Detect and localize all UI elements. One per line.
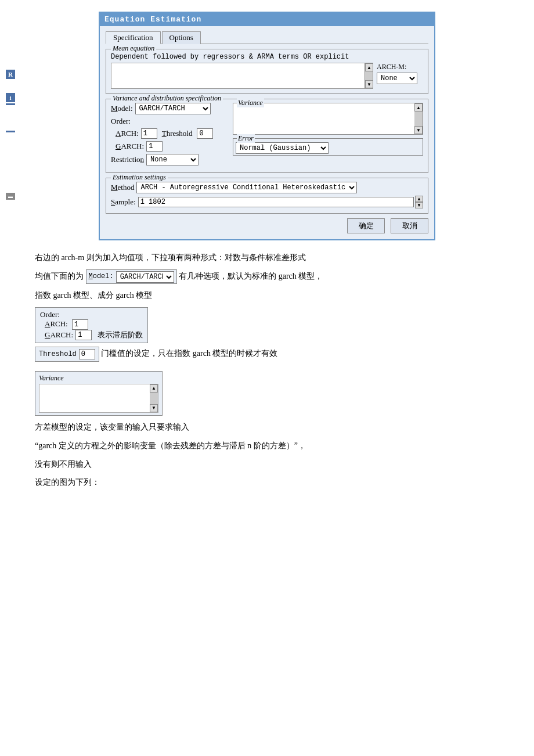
variance-standalone-inner: ▲ ▼	[39, 384, 158, 413]
order-label: Order:	[111, 117, 131, 126]
model-row: Model: GARCH/TARCH EGARCH PARCH Componen…	[111, 103, 227, 114]
mean-equation-input[interactable]	[111, 63, 365, 88]
arch-input[interactable]	[141, 128, 157, 139]
variance-left: Model: GARCH/TARCH EGARCH PARCH Componen…	[111, 103, 227, 168]
variance-box: Variance ▲ ▼	[233, 103, 423, 135]
variance-dist-title: Variance and distribution specification	[111, 94, 223, 103]
model-label: Model:	[111, 104, 133, 113]
garch-input[interactable]	[146, 141, 163, 152]
variance-standalone-area: Variance ▲ ▼ 方差模型的设定，该变量的输入只要求输入	[35, 371, 499, 434]
tab-specification[interactable]: Specification	[106, 31, 161, 44]
sidebar-img: ▬	[6, 193, 15, 200]
mean-eq-description: Dependent followed by regressors & ARMA …	[111, 53, 423, 61]
vs-scroll-down[interactable]: ▼	[150, 404, 158, 412]
dialog-title: Equation Estimation	[104, 15, 201, 24]
mean-equation-section: Mean equation Dependent followed by regr…	[106, 49, 428, 94]
model-select[interactable]: GARCH/TARCH EGARCH PARCH Component GARCH	[135, 103, 211, 114]
dialog-titlebar: Equation Estimation	[100, 13, 434, 26]
sample-label: Sample:	[111, 197, 136, 207]
body-content: 右边的 arch-m 则为加入均值项，下拉项有两种形式：对数与条件标准差形式 均…	[17, 251, 517, 489]
sample-scroll-up[interactable]: ▲	[415, 196, 423, 202]
order-block-arch-input[interactable]	[72, 319, 88, 330]
para2-suffix: 有几种选项，默认为标准的 garch 模型，	[179, 272, 323, 280]
threshold-para: Threshold 门槛值的设定，只在指数 garch 模型的时候才有效	[35, 347, 499, 366]
inline-model-label: Model:	[89, 271, 114, 282]
order-label-row: Order:	[111, 117, 227, 126]
variance-box-label: Variance	[237, 99, 264, 107]
variance-scroll-up[interactable]: ▲	[414, 103, 423, 111]
cancel-button[interactable]: 取消	[391, 218, 428, 233]
threshold-block-label: Threshold	[39, 348, 77, 360]
inline-model-select[interactable]: GARCH/TARCH	[116, 271, 174, 283]
equation-estimation-dialog: Equation Estimation Specification Option…	[99, 12, 435, 240]
para2: 均值下面的为 Model: GARCH/TARCH 有几种选项，默认为标准的 g…	[35, 269, 499, 284]
garch-label: GARCH:	[116, 142, 144, 151]
threshold-note: 门槛值的设定，只在指数 garch 模型的时候才有效	[101, 349, 277, 358]
tab-options-label: Options	[169, 33, 193, 42]
sidebar-line	[6, 103, 15, 105]
inline-model-widget: Model: GARCH/TARCH	[86, 269, 177, 283]
threshold-block-input[interactable]	[79, 349, 95, 359]
variance-scrollbar: ▲ ▼	[414, 103, 423, 134]
sidebar-i: i	[6, 93, 15, 102]
para3: 指数 garch 模型、成分 garch 模型	[35, 289, 499, 303]
order-block: Order: ARCH: GARCH: 表示滞后阶数	[35, 307, 148, 343]
mean-equation-title: Mean equation	[111, 44, 156, 53]
restriction-label: Restriction	[111, 155, 144, 164]
arch-m-col: ARCH-M: None Log Std.Dev.	[377, 63, 423, 89]
estimation-section: Estimation settings Method ARCH - Autore…	[106, 178, 428, 214]
error-select[interactable]: Normal (Gaussian) Student's t GED	[236, 142, 329, 154]
sample-input[interactable]	[138, 197, 414, 207]
tab-options[interactable]: Options	[162, 31, 201, 44]
mean-scroll-up[interactable]: ▲	[365, 63, 373, 71]
order-block-arch-row: ARCH:	[40, 319, 143, 330]
error-box: Error Normal (Gaussian) Student's t GED	[233, 138, 423, 156]
order-block-garch-input[interactable]	[75, 330, 92, 340]
order-block-garch-row: GARCH: 表示滞后阶数	[40, 330, 143, 340]
para6: 设定的图为下列：	[35, 476, 499, 489]
para2-prefix: 均值下面的为	[35, 272, 84, 280]
para5: 没有则不用输入	[35, 458, 499, 471]
para1: 右边的 arch-m 则为加入均值项，下拉项有两种形式：对数与条件标准差形式	[35, 251, 499, 265]
tab-bar: Specification Options	[106, 31, 428, 44]
restriction-row: Restriction None	[111, 154, 227, 165]
mean-scroll-down[interactable]: ▼	[365, 80, 373, 88]
mean-equation-inner: ▲ ▼ ARCH-M: None Log Std.Dev.	[111, 63, 423, 89]
sample-scroll-down[interactable]: ▼	[415, 202, 423, 208]
variance-scroll-down[interactable]: ▼	[414, 126, 423, 134]
order-block-garch-label: GARCH:	[45, 330, 73, 340]
estimation-section-title: Estimation settings	[111, 173, 168, 182]
variance-dist-inner: Model: GARCH/TARCH EGARCH PARCH Componen…	[111, 103, 423, 168]
order-block-arch-label: ARCH:	[45, 319, 68, 328]
arch-label: ARCH:	[116, 129, 139, 138]
order-block-order: Order:	[40, 310, 143, 319]
sample-row: Sample: ▲ ▼	[111, 196, 423, 208]
error-box-label: Error	[237, 134, 255, 143]
order-block-note: 表示滞后阶数	[98, 330, 143, 340]
threshold-input[interactable]	[197, 128, 213, 139]
vs-scroll: ▲ ▼	[150, 384, 158, 412]
arch-m-label: ARCH-M:	[377, 63, 406, 71]
dialog-wrapper: Equation Estimation Specification Option…	[17, 12, 517, 240]
variance-standalone: Variance ▲ ▼	[35, 371, 163, 416]
garch-row: GARCH:	[111, 141, 227, 152]
threshold-label-inline: Threshold	[162, 129, 193, 138]
variance-dist-section: Variance and distribution specification …	[106, 99, 428, 173]
restriction-select[interactable]: None	[146, 154, 199, 165]
arch-row: ARCH: Threshold	[111, 128, 227, 139]
threshold-block: Threshold	[35, 347, 99, 362]
sidebar-r: R	[6, 70, 15, 79]
vs-scroll-up[interactable]: ▲	[150, 384, 158, 393]
method-select[interactable]: ARCH - Autoregressive Conditional Hetero…	[136, 182, 357, 193]
variance-note: 方差模型的设定，该变量的输入只要求输入	[35, 423, 189, 431]
tab-specification-label: Specification	[113, 33, 153, 42]
sidebar-line2	[6, 131, 15, 132]
sample-scrollbar: ▲ ▼	[415, 196, 423, 208]
arch-m-select[interactable]: None Log Std.Dev.	[377, 73, 417, 84]
para4: “garch 定义的方程之外的影响变量（除去残差的方差与滞后 n 阶的方差）”，	[35, 439, 499, 453]
ok-button[interactable]: 确定	[347, 218, 385, 233]
method-row: Method ARCH - Autoregressive Conditional…	[111, 182, 423, 193]
dialog-buttons: 确定 取消	[106, 218, 428, 233]
variance-standalone-label: Variance	[39, 374, 158, 383]
mean-textbox-col: ▲ ▼	[111, 63, 373, 89]
